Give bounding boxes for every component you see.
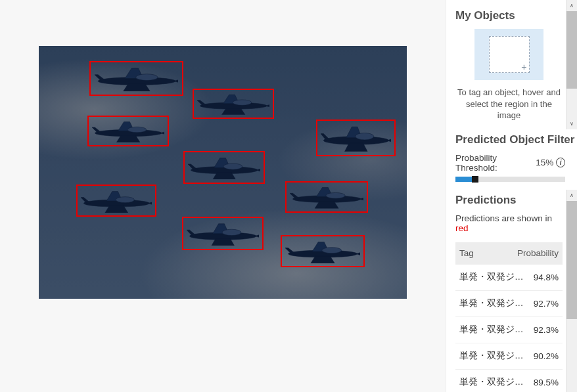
prediction-row[interactable]: 単発・双発ジェッ...92.3% bbox=[455, 317, 563, 343]
prediction-tag: 単発・双発ジェッ... bbox=[459, 271, 530, 283]
prediction-probability: 94.8% bbox=[534, 272, 559, 282]
slider-thumb[interactable] bbox=[472, 176, 478, 183]
my-objects-scrollbar[interactable]: ∧ ∨ bbox=[566, 0, 577, 129]
scroll-down-icon[interactable]: ∨ bbox=[566, 118, 578, 129]
column-tag: Tag bbox=[459, 248, 474, 258]
scroll-up-icon[interactable]: ∧ bbox=[566, 190, 578, 201]
predictions-section: Predictions Predictions are shown in red… bbox=[446, 190, 577, 392]
threshold-slider[interactable] bbox=[455, 177, 565, 182]
predictions-caption-prefix: Predictions are shown in bbox=[455, 213, 552, 223]
prediction-probability: 92.3% bbox=[534, 325, 559, 335]
scroll-up-icon[interactable]: ∧ bbox=[566, 0, 578, 11]
plus-icon: + bbox=[521, 62, 526, 72]
image-viewer bbox=[0, 0, 446, 392]
tag-hint-text: To tag an object, hover and select the r… bbox=[455, 87, 563, 121]
scroll-thumb[interactable] bbox=[566, 201, 577, 319]
predictions-caption: Predictions are shown in red bbox=[455, 213, 563, 233]
image-dim-overlay bbox=[39, 46, 407, 299]
add-region-dropzone[interactable]: + bbox=[474, 29, 543, 80]
predictions-caption-highlight: red bbox=[455, 223, 469, 233]
prediction-probability: 92.7% bbox=[534, 299, 559, 309]
column-probability: Probability bbox=[517, 248, 559, 258]
image-canvas[interactable] bbox=[39, 46, 407, 299]
threshold-value: 15% bbox=[536, 158, 553, 167]
prediction-tag: 単発・双発ジェッ... bbox=[459, 297, 530, 309]
my-objects-section: My Objects + To tag an object, hover and… bbox=[446, 0, 577, 129]
dropzone-inner: + bbox=[489, 36, 530, 73]
predictions-title: Predictions bbox=[455, 194, 563, 207]
prediction-row[interactable]: 単発・双発ジェッ...94.8% bbox=[455, 265, 563, 291]
predicted-filter-section: Predicted Object Filter Probability Thre… bbox=[446, 129, 577, 190]
prediction-tag: 単発・双発ジェッ... bbox=[459, 324, 530, 336]
prediction-row[interactable]: 単発・双発ジェッ...92.7% bbox=[455, 291, 563, 317]
threshold-row: Probability Threshold: 15% i bbox=[455, 153, 565, 173]
prediction-row[interactable]: 単発・双発ジェッ...89.5% bbox=[455, 370, 563, 392]
prediction-row[interactable]: 単発・双発ジェッ...90.2% bbox=[455, 343, 563, 370]
side-panel: My Objects + To tag an object, hover and… bbox=[446, 0, 577, 392]
prediction-tag: 単発・双発ジェッ... bbox=[459, 376, 530, 388]
scroll-thumb[interactable] bbox=[566, 11, 577, 89]
my-objects-title: My Objects bbox=[455, 9, 563, 22]
prediction-probability: 90.2% bbox=[534, 351, 559, 361]
predictions-table-header: Tag Probability bbox=[455, 242, 563, 265]
slider-fill bbox=[455, 177, 472, 182]
prediction-probability: 89.5% bbox=[534, 378, 559, 387]
prediction-tag: 単発・双発ジェッ... bbox=[459, 350, 530, 362]
threshold-label: Probability Threshold: bbox=[455, 153, 533, 173]
predictions-scrollbar[interactable]: ∧ ∨ bbox=[566, 190, 577, 392]
info-icon[interactable]: i bbox=[556, 158, 565, 167]
predicted-filter-title: Predicted Object Filter bbox=[455, 133, 565, 146]
